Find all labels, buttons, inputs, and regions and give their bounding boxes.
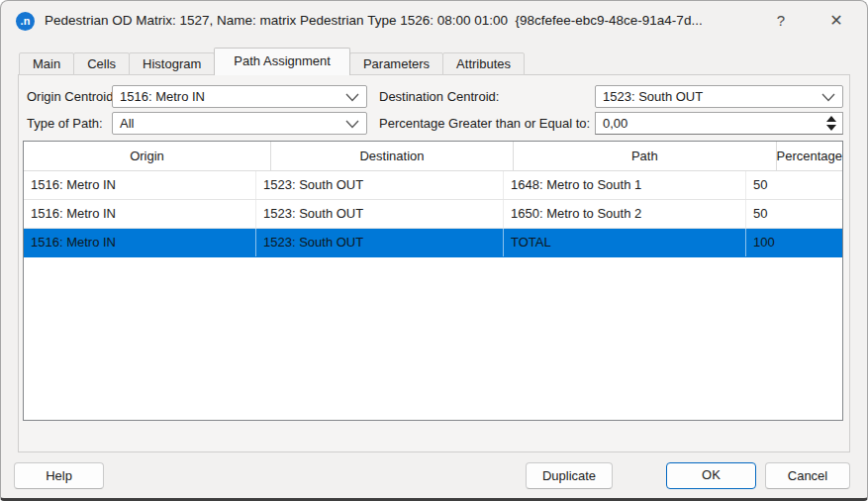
column-header[interactable]: Percentage bbox=[777, 142, 843, 171]
chevron-down-icon bbox=[345, 120, 359, 129]
table-body: 1516: Metro IN 1523: South OUT 1648: Met… bbox=[24, 171, 842, 257]
origin-centroid-value: 1516: Metro IN bbox=[120, 89, 205, 104]
path-assignment-table: OriginDestinationPathPercentage 1516: Me… bbox=[23, 141, 843, 421]
title-bar: .n Pedestrian OD Matrix: 1527, Name: mat… bbox=[1, 1, 867, 41]
table-header: OriginDestinationPathPercentage bbox=[24, 142, 842, 171]
cell-path: 1648: Metro to South 1 bbox=[504, 171, 746, 199]
spinner-arrows[interactable] bbox=[826, 116, 838, 131]
origin-centroid-select[interactable]: 1516: Metro IN bbox=[112, 85, 367, 108]
spinner-down-icon[interactable] bbox=[826, 125, 836, 131]
window-help-button[interactable]: ? bbox=[761, 1, 801, 41]
chevron-down-icon bbox=[345, 93, 359, 102]
help-button[interactable]: Help bbox=[14, 462, 104, 489]
cell-origin: 1516: Metro IN bbox=[24, 171, 256, 199]
table-row[interactable]: 1516: Metro IN 1523: South OUT 1648: Met… bbox=[24, 171, 842, 200]
percentage-threshold-value: 0,00 bbox=[603, 116, 627, 131]
destination-centroid-label: Destination Centroid: bbox=[379, 85, 499, 108]
column-header[interactable]: Origin bbox=[24, 142, 271, 171]
type-of-path-label: Type of Path: bbox=[27, 112, 103, 135]
dialog-window: .n Pedestrian OD Matrix: 1527, Name: mat… bbox=[0, 0, 868, 501]
spinner-up-icon[interactable] bbox=[826, 116, 836, 122]
tab-bar: MainCellsHistogramPath AssignmentParamet… bbox=[19, 48, 524, 75]
tab[interactable]: Histogram bbox=[129, 52, 215, 75]
close-icon[interactable]: ✕ bbox=[817, 1, 856, 41]
tab[interactable]: Parameters bbox=[349, 52, 443, 75]
destination-centroid-value: 1523: South OUT bbox=[603, 89, 703, 104]
column-header[interactable]: Destination bbox=[271, 142, 514, 171]
cell-origin: 1516: Metro IN bbox=[24, 200, 256, 228]
table-row[interactable]: 1516: Metro IN 1523: South OUT TOTAL 100 bbox=[24, 229, 842, 257]
cancel-button[interactable]: Cancel bbox=[765, 462, 850, 489]
app-logo-icon: .n bbox=[16, 12, 35, 31]
window-title: Pedestrian OD Matrix: 1527, Name: matrix… bbox=[45, 1, 703, 41]
cell-percentage: 100 bbox=[746, 229, 842, 256]
tab[interactable]: Main bbox=[19, 52, 74, 75]
duplicate-button[interactable]: Duplicate bbox=[526, 462, 613, 489]
cell-destination: 1523: South OUT bbox=[256, 200, 504, 228]
type-of-path-value: All bbox=[120, 116, 134, 131]
cell-percentage: 50 bbox=[746, 200, 842, 228]
cell-destination: 1523: South OUT bbox=[256, 171, 504, 199]
chevron-down-icon bbox=[821, 93, 835, 102]
cell-path: 1650: Metro to South 2 bbox=[504, 200, 746, 228]
ok-button[interactable]: OK bbox=[666, 462, 756, 489]
cell-origin: 1516: Metro IN bbox=[24, 229, 256, 256]
type-of-path-select[interactable]: All bbox=[112, 112, 367, 135]
column-header[interactable]: Path bbox=[514, 142, 777, 171]
tab[interactable]: Cells bbox=[73, 52, 130, 75]
percentage-threshold-label: Percentage Greater than or Equal to: bbox=[379, 112, 590, 135]
tab[interactable]: Attributes bbox=[442, 52, 525, 75]
cell-path: TOTAL bbox=[504, 229, 746, 256]
percentage-threshold-input[interactable]: 0,00 bbox=[595, 112, 843, 135]
cell-percentage: 50 bbox=[746, 171, 842, 199]
destination-centroid-select[interactable]: 1523: South OUT bbox=[595, 85, 843, 108]
tab[interactable]: Path Assignment bbox=[214, 48, 350, 75]
origin-centroid-label: Origin Centroid: bbox=[27, 85, 117, 108]
table-row[interactable]: 1516: Metro IN 1523: South OUT 1650: Met… bbox=[24, 200, 842, 229]
cell-destination: 1523: South OUT bbox=[256, 229, 504, 256]
